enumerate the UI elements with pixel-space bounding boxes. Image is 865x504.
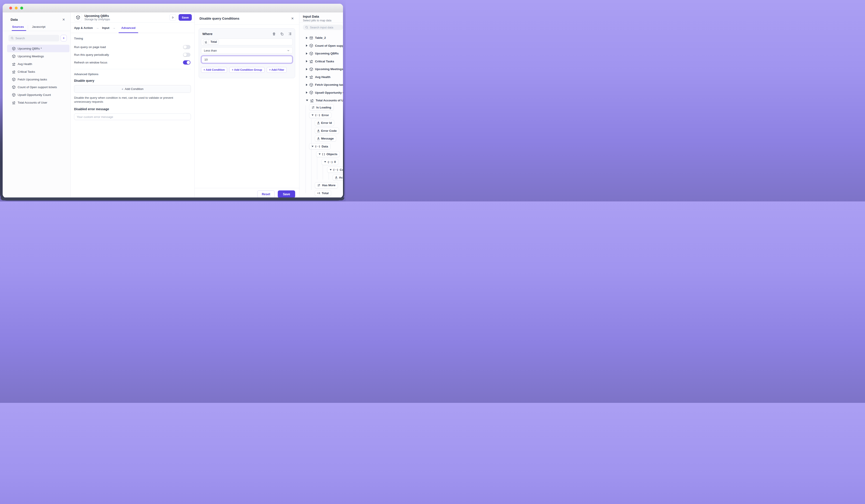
tree-node-count-open-tickets[interactable]: Count of Open support tickets [299, 42, 343, 50]
run-query-button[interactable] [170, 14, 176, 21]
tree-node-upcoming-meetings[interactable]: Upcoming Meetings [299, 65, 343, 73]
zoom-traffic-light[interactable] [20, 7, 23, 10]
caret-right-icon[interactable] [306, 92, 308, 94]
pill-columns[interactable]: {···} Columns [327, 167, 343, 173]
list-item-label: Total Accounts of User [18, 101, 47, 104]
tab-javascript[interactable]: Javascript [32, 25, 45, 31]
data-panel-title: Data [11, 17, 18, 21]
caret-right-icon[interactable] [306, 84, 308, 86]
pill-index-0[interactable]: {···} 0 [322, 159, 338, 165]
list-item-label: Fetch Upcoming tasks [18, 78, 47, 81]
tab-sources[interactable]: Sources [12, 25, 24, 31]
field-pill-total[interactable]: Total [203, 39, 219, 45]
trash-icon[interactable] [272, 32, 276, 36]
caret-right-icon[interactable] [306, 37, 308, 39]
tree-node-critical-tasks[interactable]: Critical Tasks [299, 57, 343, 65]
caret-right-icon[interactable] [306, 68, 308, 70]
add-condition-dropzone[interactable]: + Add Condition [74, 85, 191, 93]
input-data-search-field[interactable] [310, 26, 341, 29]
input-data-panel: Input Data Select pills to map data [299, 12, 343, 198]
run-periodically-toggle[interactable] [183, 53, 191, 57]
chart-icon [12, 62, 16, 66]
pill-message[interactable]: A Message [315, 136, 336, 142]
list-item-avg-health[interactable]: Avg Health [7, 60, 69, 68]
package-icon [12, 85, 16, 89]
tree-node-upcoming-qbrs[interactable]: Upcoming QBRs [299, 50, 343, 58]
conditions-panel-title: Disable query Conditions [199, 16, 239, 20]
caret-right-icon[interactable] [306, 52, 308, 55]
pill-error-code[interactable]: A Error Code [315, 128, 339, 134]
list-item-critical-tasks[interactable]: Critical Tasks [7, 68, 69, 75]
package-icon [12, 47, 16, 50]
caret-right-icon[interactable] [306, 76, 308, 78]
pill-has-more[interactable]: Has More [315, 182, 338, 188]
window-titlebar [3, 4, 343, 12]
list-item-label: Upcoming Meetings [18, 55, 44, 58]
disabled-error-message-input[interactable] [74, 114, 191, 120]
caret-down-icon[interactable] [312, 114, 314, 116]
pill-error-id[interactable]: A Error Id [315, 120, 334, 126]
caret-down-icon[interactable] [324, 161, 326, 163]
condition-field-row[interactable]: Total [201, 38, 293, 45]
tree-node-fetch-upcoming-tasks[interactable]: Fetch Upcoming tasks [299, 81, 343, 89]
caret-right-icon[interactable] [306, 60, 308, 62]
table-icon [309, 36, 313, 40]
minimize-traffic-light[interactable] [15, 7, 18, 10]
close-icon[interactable]: ✕ [62, 18, 65, 21]
pill-objects[interactable]: [ ] Objects [316, 151, 340, 157]
caret-down-icon[interactable] [330, 169, 332, 171]
add-filter-button[interactable]: + Add Filter [267, 67, 287, 73]
caret-right-icon[interactable] [306, 45, 308, 47]
pill-total[interactable]: +1 Total [315, 190, 331, 196]
editor-step-tabs: App & Action → Input → Advanced [71, 23, 194, 33]
caret-down-icon[interactable] [319, 153, 321, 155]
tab-advanced[interactable]: Advanced [119, 23, 138, 33]
list-item-upcoming-qbrs[interactable]: Upcoming QBRs * [7, 45, 69, 52]
input-data-search[interactable] [303, 25, 343, 30]
data-source-list: Upcoming QBRs * Upcoming Meetings Avg He… [3, 44, 70, 106]
tree-guide-line [317, 157, 317, 179]
list-icon[interactable] [288, 32, 292, 36]
condition-value-input[interactable] [204, 58, 289, 61]
pill-data[interactable]: {···} Data [309, 143, 331, 149]
list-item-fetch-upcoming-tasks[interactable]: Fetch Upcoming tasks [7, 75, 69, 83]
operator-select[interactable]: Less than [201, 47, 293, 54]
chart-icon [12, 70, 16, 74]
add-condition-group-button[interactable]: + Add Condition Group [229, 67, 264, 73]
reset-button[interactable]: Reset [257, 190, 275, 198]
run-on-page-load-toggle[interactable] [183, 45, 191, 49]
add-data-source-button[interactable]: + [61, 35, 67, 42]
list-item-count-open-tickets[interactable]: Count of Open support tickets [7, 83, 69, 91]
tab-app-and-action[interactable]: App & Action [74, 23, 93, 33]
data-search-input[interactable] [8, 35, 59, 42]
package-icon [12, 78, 16, 81]
list-item-upcoming-meetings[interactable]: Upcoming Meetings [7, 52, 69, 60]
pill-is-loading[interactable]: Is Loading [309, 104, 334, 110]
pill-error[interactable]: {···} Error [309, 112, 331, 118]
caret-down-icon[interactable] [312, 146, 314, 147]
window-bottom-bar [0, 198, 344, 200]
save-query-button[interactable]: Save [178, 14, 192, 21]
plus-icon: + [122, 87, 124, 91]
tree-node-total-accounts[interactable]: Total Accounts of User [299, 96, 343, 104]
data-panel: Data ✕ Sources Javascript + [3, 12, 71, 198]
boolean-icon [311, 106, 315, 109]
caret-down-icon[interactable] [306, 99, 308, 101]
add-condition-button[interactable]: + Add Condition [201, 67, 227, 73]
refresh-on-focus-toggle[interactable] [183, 60, 191, 65]
number-type-icon: +1 [317, 192, 320, 195]
tree-node-avg-health[interactable]: Avg Health [299, 73, 343, 81]
tree-node-upsell-opportunity[interactable]: Upsell Opportunity Count [299, 89, 343, 96]
close-icon[interactable]: ✕ [291, 17, 294, 20]
close-traffic-light[interactable] [9, 7, 12, 10]
list-item-upsell-opportunity[interactable]: Upsell Opportunity Count [7, 91, 69, 98]
object-type-icon: {···} [333, 168, 338, 171]
duplicate-icon[interactable] [280, 32, 284, 36]
tab-input[interactable]: Input [102, 23, 109, 33]
tree-node-table-2[interactable]: Table_2 [299, 34, 343, 42]
list-item-total-accounts[interactable]: Total Accounts of User [7, 99, 69, 106]
data-search-field[interactable] [15, 37, 57, 40]
save-conditions-button[interactable]: Save [278, 190, 295, 198]
pill-ac[interactable]: A Ac [333, 175, 343, 181]
timing-section-heading: Timing [74, 37, 191, 40]
